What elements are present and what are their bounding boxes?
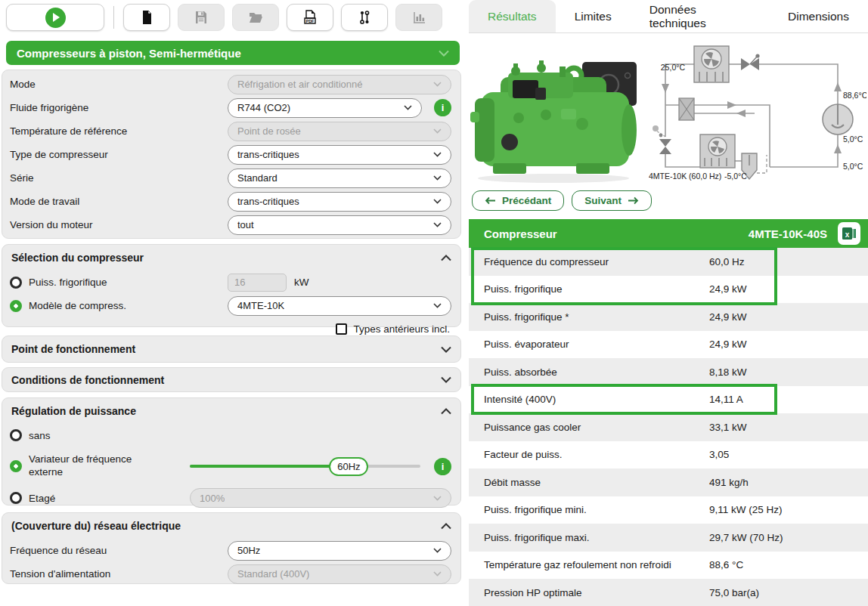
suction-temp-lower-label: 5,0°C	[843, 162, 863, 171]
compressor-model-select[interactable]: 4MTE-10K	[228, 296, 451, 316]
chevron-down-icon	[433, 496, 442, 501]
cooling-capacity-input	[228, 274, 287, 292]
chevron-down-icon	[441, 346, 451, 353]
table-row: Débit masse491 kg/h	[469, 468, 868, 496]
table-row: Facteur de puiss.3,05	[469, 441, 868, 469]
base-settings-box: Mode Réfrigation et air conditionné Flui…	[2, 70, 461, 239]
table-row: Puiss. frigorifique *24,9 kW	[469, 303, 868, 331]
operating-conditions-header[interactable]: Conditions de fonctionnement	[2, 368, 460, 391]
svg-text:x: x	[845, 230, 850, 239]
control-none-radio[interactable]	[10, 429, 22, 441]
compressor-photo	[470, 45, 646, 189]
toolbar-divider	[113, 6, 114, 29]
hp-valve-symbol	[741, 54, 760, 70]
svg-text:PDF: PDF	[306, 19, 315, 23]
tab-resultats[interactable]: Résultats	[469, 0, 556, 32]
motor-version-select[interactable]: tout	[228, 215, 451, 235]
product-family-dropdown[interactable]: Compresseurs à piston, Semi-hermétique	[6, 41, 460, 65]
include-previous-types-label: Types antérieurs incl.	[353, 323, 450, 335]
capacity-control-header[interactable]: Régulation de puissance	[2, 398, 460, 424]
table-row: Puiss. absorbée8,18 kW	[469, 358, 868, 386]
power-supply-header[interactable]: (Couverture du) réseau électrique	[2, 513, 460, 539]
work-mode-select[interactable]: trans-critiques	[228, 192, 451, 212]
media-area: 25,0°C 88,6°C 5,0°C 5,0°C 4MTE-10K (60,0…	[469, 36, 868, 189]
table-row: Puiss. frigorifique maxi.29,7 kW (70 Hz)	[469, 524, 868, 552]
next-button[interactable]: Suivant	[572, 190, 652, 211]
operating-point-box: Point de fonctionnement	[2, 335, 461, 363]
slider-thumb[interactable]: 60Hz	[329, 457, 368, 476]
tab-dimensions[interactable]: Dimensions	[769, 0, 868, 32]
compressor-type-select[interactable]: trans-critiques	[228, 145, 451, 165]
previous-button[interactable]: Précédant	[472, 190, 564, 211]
bar-chart-icon	[411, 9, 427, 26]
frequency-slider[interactable]: 60Hz	[190, 456, 420, 476]
compressor-model-radio[interactable]	[10, 300, 22, 312]
chevron-down-icon	[433, 82, 442, 87]
power-supply-box: (Couverture du) réseau électrique Fréque…	[2, 512, 461, 584]
chevron-down-icon	[404, 105, 412, 110]
open-button	[232, 4, 279, 31]
compressor-selection-header[interactable]: Sélection du compresseur	[2, 245, 460, 271]
discharge-temp-label: 88,6°C	[843, 91, 866, 100]
circuit-diagram: 25,0°C 88,6°C 5,0°C 5,0°C 4MTE-10K (60,0…	[649, 40, 866, 190]
slider-fill	[190, 465, 349, 468]
series-select[interactable]: Standard	[228, 169, 451, 188]
table-row: Puiss. évaporateur24,9 kW	[469, 331, 868, 359]
chevron-down-icon	[433, 128, 442, 134]
mode-select: Réfrigation et air conditionné	[228, 75, 451, 94]
results-panel: Résultats Limites Données techniques Dim…	[469, 0, 868, 606]
reference-temp-select: Point de rosée	[228, 122, 451, 141]
compare-button[interactable]	[341, 4, 388, 31]
operating-conditions-box: Conditions de fonctionnement	[2, 367, 461, 392]
tab-limites[interactable]: Limites	[556, 0, 631, 32]
chevron-down-icon	[433, 199, 442, 204]
chevron-down-icon	[433, 152, 442, 157]
gas-cooler-symbol	[694, 46, 729, 82]
toolbar: PDF	[0, 0, 464, 35]
include-previous-types-checkbox[interactable]	[336, 323, 347, 335]
compressor-symbol	[823, 104, 853, 134]
refrigerant-info-icon[interactable]: i	[434, 99, 451, 116]
work-mode-label: Mode de travail	[10, 196, 228, 207]
results-header-title: Compresseur	[469, 227, 557, 240]
run-button[interactable]	[6, 4, 104, 31]
inverter-info-icon[interactable]: i	[434, 458, 451, 475]
heat-exchanger-symbol	[679, 98, 694, 120]
pdf-icon: PDF	[301, 8, 319, 26]
mode-label: Mode	[10, 79, 228, 90]
cooling-capacity-option-label: Puiss. frigorifique	[29, 277, 107, 288]
suction-temp-upper-label: 5,0°C	[843, 134, 863, 144]
gas-cooler-inlet-temp-label: 25,0°C	[661, 63, 686, 72]
model-navigation: Précédant Suivant	[472, 190, 652, 211]
chevron-down-icon	[441, 376, 451, 383]
arrow-left-icon	[485, 196, 496, 205]
chevron-down-icon	[433, 303, 442, 308]
export-pdf-button[interactable]: PDF	[287, 4, 333, 31]
play-icon	[45, 8, 66, 28]
results-header-model: 4MTE-10K-40S	[749, 227, 827, 240]
save-icon	[193, 9, 209, 26]
tab-bar: Résultats Limites Données techniques Dim…	[469, 0, 868, 33]
operating-point-header[interactable]: Point de fonctionnement	[2, 336, 460, 362]
excel-export-button[interactable]: x	[838, 222, 860, 245]
refrigerant-select[interactable]: R744 (CO2)	[228, 98, 422, 118]
tab-donnees-techniques[interactable]: Données techniques	[631, 0, 769, 32]
mains-frequency-select[interactable]: 50Hz	[228, 541, 451, 561]
evaporator-symbol	[700, 134, 735, 168]
chart-button	[395, 4, 442, 31]
chevron-down-icon	[439, 50, 449, 57]
input-panel: PDF	[0, 0, 464, 606]
product-family-label: Compresseurs à piston, Semi-hermétique	[17, 47, 241, 60]
chevron-down-icon	[433, 548, 442, 553]
new-document-button[interactable]	[123, 4, 170, 31]
cooling-capacity-radio[interactable]	[10, 277, 22, 289]
chevron-down-icon	[433, 571, 442, 577]
capacity-control-box: Régulation de puissance sans Variateur d…	[2, 397, 461, 506]
mains-frequency-label: Fréquence du réseau	[10, 545, 228, 556]
evaporation-temp-label: -5,0°C	[724, 172, 747, 181]
results-table: Compresseur 4MTE-10K-40S x Fréquence du …	[469, 219, 868, 606]
staged-radio[interactable]	[10, 492, 22, 504]
staged-select: 100%	[190, 488, 451, 508]
supply-voltage-label: Tension d'alimentation	[10, 568, 228, 580]
frequency-inverter-radio[interactable]	[10, 460, 22, 472]
